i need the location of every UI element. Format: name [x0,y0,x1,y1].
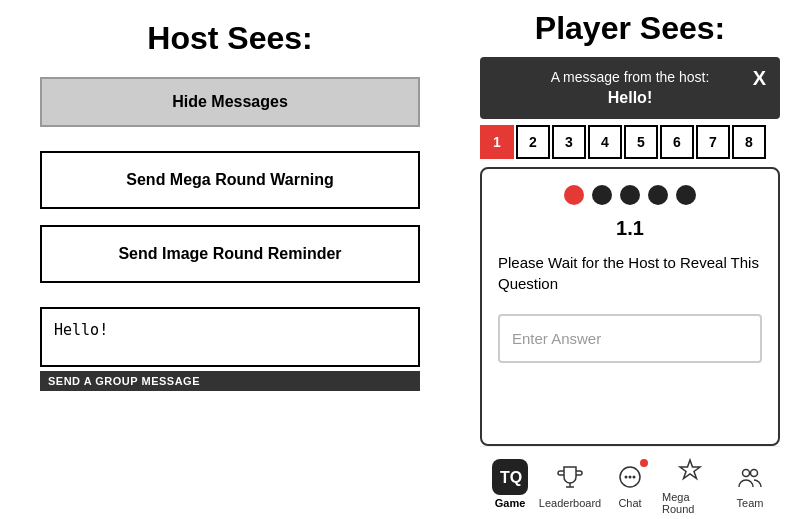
dot-1 [564,185,584,205]
question-text: Please Wait for the Host to Reveal This … [498,252,762,294]
nav-team[interactable]: Team [722,459,778,509]
star-icon [672,453,708,489]
nav-chat-label: Chat [618,497,641,509]
chat-notification-dot [640,459,648,467]
send-mega-round-button[interactable]: Send Mega Round Warning [40,151,420,209]
tab-6[interactable]: 6 [660,125,694,159]
team-icon [732,459,768,495]
tab-8[interactable]: 8 [732,125,766,159]
answer-input[interactable]: Enter Answer [498,314,762,363]
svg-point-2 [625,476,628,479]
toast-notification: A message from the host: Hello! X [480,57,780,119]
tab-3[interactable]: 3 [552,125,586,159]
tab-5[interactable]: 5 [624,125,658,159]
trophy-icon [552,459,588,495]
dot-5 [676,185,696,205]
tab-2[interactable]: 2 [516,125,550,159]
number-tabs: 1 2 3 4 5 6 7 8 [480,125,780,159]
player-title: Player Sees: [535,10,725,47]
host-title: Host Sees: [147,20,312,57]
main-layout: Host Sees: Hide Messages Send Mega Round… [0,0,800,519]
svg-point-5 [743,470,750,477]
svg-point-4 [633,476,636,479]
send-group-label[interactable]: SEND A GROUP MESSAGE [40,371,420,391]
nav-mega-round-label: Mega Round [662,491,718,515]
dot-3 [620,185,640,205]
question-number: 1.1 [498,217,762,240]
dot-4 [648,185,668,205]
nav-leaderboard[interactable]: Leaderboard [542,459,598,509]
hide-messages-button[interactable]: Hide Messages [40,77,420,127]
tab-4[interactable]: 4 [588,125,622,159]
host-panel: Host Sees: Hide Messages Send Mega Round… [0,0,460,519]
toast-close-button[interactable]: X [753,67,766,90]
nav-chat[interactable]: Chat [602,459,658,509]
nav-mega-round[interactable]: Mega Round [662,453,718,515]
tab-7[interactable]: 7 [696,125,730,159]
chat-icon [612,459,648,495]
dot-2 [592,185,612,205]
game-icon: TQ! [492,459,528,495]
svg-text:TQ!: TQ! [500,469,522,486]
toast-message: Hello! [496,89,764,107]
nav-game[interactable]: TQ! Game [482,459,538,509]
tab-1[interactable]: 1 [480,125,514,159]
nav-leaderboard-label: Leaderboard [539,497,601,509]
message-area: Hello! SEND A GROUP MESSAGE [40,307,420,391]
nav-team-label: Team [737,497,764,509]
send-image-round-button[interactable]: Send Image Round Reminder [40,225,420,283]
bottom-nav: TQ! Game Leaderboard [480,446,780,519]
nav-game-label: Game [495,497,526,509]
player-panel: Player Sees: A message from the host: He… [460,0,800,519]
dots-row [498,185,762,205]
toast-title: A message from the host: [496,69,764,85]
svg-point-3 [629,476,632,479]
svg-point-6 [751,470,758,477]
message-input[interactable]: Hello! [40,307,420,367]
game-card: 1.1 Please Wait for the Host to Reveal T… [480,167,780,446]
